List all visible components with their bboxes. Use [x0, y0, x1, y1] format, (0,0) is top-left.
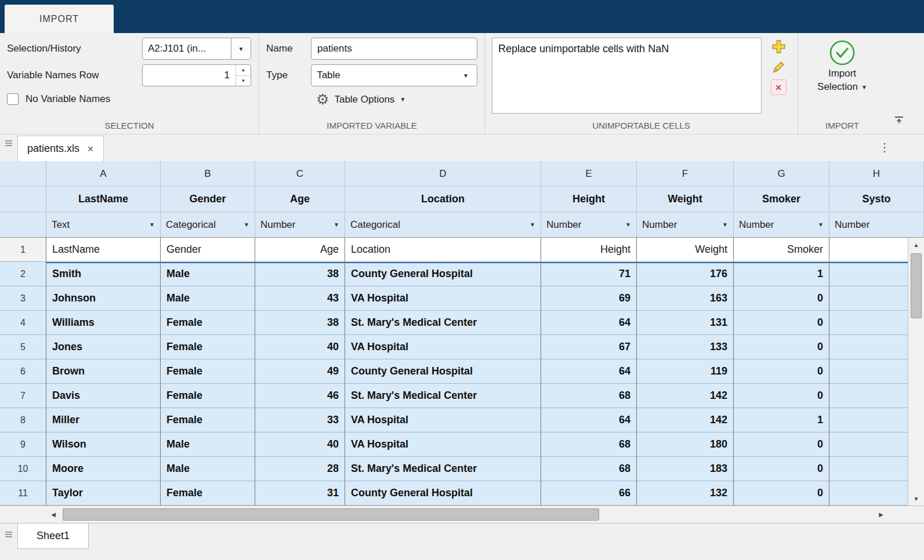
type-dropdown-E[interactable]: Number▼: [541, 212, 637, 238]
grid-cell[interactable]: 0: [734, 286, 829, 311]
variable-name-D[interactable]: Location: [345, 187, 541, 212]
grid-cell[interactable]: 163: [637, 286, 734, 311]
column-letter-A[interactable]: A: [46, 161, 161, 187]
grid-cell[interactable]: St. Mary's Medical Center: [345, 384, 541, 408]
grid-cell[interactable]: County General Hospital: [345, 262, 541, 286]
tab-import[interactable]: IMPORT: [5, 5, 114, 33]
grid-cell[interactable]: Female: [161, 481, 255, 506]
grid-cell[interactable]: Female: [161, 408, 255, 432]
grid-cell[interactable]: 43: [255, 286, 345, 311]
chevron-down-icon[interactable]: ▼: [455, 65, 477, 86]
add-rule-button[interactable]: [771, 39, 787, 54]
column-letter-C[interactable]: C: [255, 161, 345, 187]
variable-name-A[interactable]: LastName: [46, 187, 161, 212]
close-icon[interactable]: ✕: [87, 144, 94, 154]
grid-cell[interactable]: VA Hospital: [345, 286, 541, 311]
grid-cell[interactable]: 0: [734, 481, 829, 506]
drag-handle-icon[interactable]: [5, 140, 12, 146]
grid-cell[interactable]: Female: [161, 359, 255, 384]
grid-cell[interactable]: Age: [255, 238, 345, 262]
horizontal-scrollbar[interactable]: ◀ ▶: [0, 506, 924, 523]
grid-cell[interactable]: LastName: [46, 238, 161, 262]
type-dropdown[interactable]: Table ▼: [311, 64, 477, 86]
variable-name-E[interactable]: Height: [541, 187, 637, 212]
type-dropdown-H[interactable]: Number: [829, 212, 924, 238]
grid-cell[interactable]: 0: [734, 335, 829, 359]
column-letter-F[interactable]: F: [637, 161, 734, 187]
variable-name-C[interactable]: Age: [255, 187, 345, 212]
grid-cell[interactable]: 40: [255, 432, 345, 457]
row-number[interactable]: 8: [0, 408, 46, 432]
grid-cell[interactable]: County General Hospital: [345, 359, 541, 384]
vertical-scrollbar[interactable]: ▲ ▼: [908, 238, 924, 506]
grid-cell[interactable]: 0: [734, 457, 829, 481]
column-letter-D[interactable]: D: [345, 161, 541, 187]
column-letter-H[interactable]: H: [829, 161, 924, 187]
variable-name-input[interactable]: patients: [311, 38, 477, 60]
grid-cell[interactable]: Smoker: [734, 238, 829, 262]
grid-cell[interactable]: VA Hospital: [345, 335, 541, 359]
type-dropdown-C[interactable]: Number▼: [255, 212, 345, 238]
horizontal-scrollbar-thumb[interactable]: [63, 508, 599, 521]
row-number[interactable]: 5: [0, 335, 46, 359]
scroll-right-icon[interactable]: ▶: [874, 506, 888, 523]
grid-cell[interactable]: Male: [161, 457, 255, 481]
grid-cell[interactable]: 1: [734, 262, 829, 286]
grid-cell[interactable]: Johnson: [46, 286, 161, 311]
grid-cell[interactable]: 0: [734, 384, 829, 408]
chevron-down-icon[interactable]: ▼: [244, 221, 249, 228]
chevron-down-icon[interactable]: ▼: [334, 221, 339, 228]
column-letter-B[interactable]: B: [161, 161, 255, 187]
grid-cell[interactable]: Weight: [637, 238, 734, 262]
type-dropdown-B[interactable]: Categorical▼: [161, 212, 255, 238]
grid-cell[interactable]: Height: [541, 238, 637, 262]
chevron-down-icon[interactable]: ▼: [625, 221, 631, 228]
grid-cell[interactable]: Smith: [46, 262, 161, 286]
column-letter-E[interactable]: E: [541, 161, 637, 187]
variable-names-row-spinner[interactable]: 1 ▲ ▼: [142, 64, 251, 86]
vertical-scrollbar-thumb[interactable]: [911, 253, 922, 318]
grid-cell[interactable]: Female: [161, 311, 255, 335]
edit-rule-button[interactable]: [771, 60, 786, 74]
grid-cell[interactable]: 133: [637, 335, 734, 359]
row-number[interactable]: 6: [0, 359, 46, 384]
grid-cell[interactable]: 31: [255, 481, 345, 506]
row-number[interactable]: 4: [0, 311, 46, 335]
grid-cell[interactable]: Jones: [46, 335, 161, 359]
row-number[interactable]: 2: [0, 262, 46, 286]
grid-cell[interactable]: 180: [637, 432, 734, 457]
grid-cell[interactable]: 0: [734, 311, 829, 335]
kebab-menu-icon[interactable]: ⋮: [879, 140, 890, 154]
grid-cell[interactable]: 49: [255, 359, 345, 384]
grid-cell[interactable]: VA Hospital: [345, 408, 541, 432]
row-number[interactable]: 9: [0, 432, 46, 457]
chevron-down-icon[interactable]: ▼: [722, 221, 728, 228]
import-selection-button[interactable]: Import Selection ▼: [798, 38, 886, 119]
tab-sheet1[interactable]: Sheet1: [17, 523, 89, 549]
grid-cell[interactable]: 33: [255, 408, 345, 432]
grid-cell[interactable]: 119: [637, 359, 734, 384]
grid-cell[interactable]: Brown: [46, 359, 161, 384]
grid-cell[interactable]: 66: [541, 481, 637, 506]
chevron-down-icon[interactable]: ▼: [818, 221, 824, 228]
chevron-down-icon[interactable]: ▼: [231, 38, 251, 59]
variable-name-B[interactable]: Gender: [161, 187, 255, 212]
grid-cell[interactable]: 0: [734, 359, 829, 384]
grid-cell[interactable]: County General Hospital: [345, 481, 541, 506]
grid-cell[interactable]: 40: [255, 335, 345, 359]
spinner-up-icon[interactable]: ▲: [236, 65, 251, 76]
grid-cell[interactable]: Location: [345, 238, 541, 262]
grid-cell[interactable]: 68: [541, 432, 637, 457]
scroll-left-icon[interactable]: ◀: [46, 506, 60, 523]
grid-cell[interactable]: 0: [734, 432, 829, 457]
column-letter-G[interactable]: G: [734, 161, 829, 187]
type-dropdown-D[interactable]: Categorical▼: [345, 212, 541, 238]
variable-name-H[interactable]: Systo: [829, 187, 924, 212]
grid-cell[interactable]: 71: [541, 262, 637, 286]
row-number[interactable]: 3: [0, 286, 46, 311]
grid-cell[interactable]: Wilson: [46, 432, 161, 457]
grid-cell[interactable]: Male: [161, 286, 255, 311]
chevron-down-icon[interactable]: ▼: [149, 221, 155, 228]
grid-cell[interactable]: 176: [637, 262, 734, 286]
grid-cell[interactable]: 67: [541, 335, 637, 359]
